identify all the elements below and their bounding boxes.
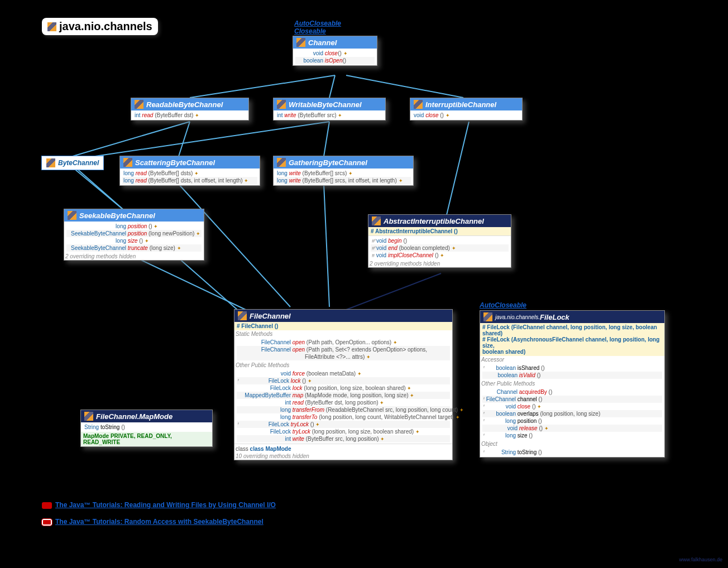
class-header: java.nio.channels.FileLock bbox=[480, 311, 664, 323]
class-icon bbox=[46, 158, 55, 167]
svg-line-13 bbox=[346, 273, 441, 310]
link-icon bbox=[42, 519, 52, 526]
class-absinterrupt[interactable]: AbstractInterruptibleChannel # AbstractI… bbox=[368, 214, 511, 268]
channel-supers: AutoCloseableCloseable bbox=[294, 20, 341, 35]
attribution: www.falkhausen.de bbox=[679, 557, 722, 562]
class-icon bbox=[84, 412, 93, 421]
class-filechannel[interactable]: FileChannel # FileChannel () Static Meth… bbox=[234, 309, 453, 460]
class-icon bbox=[135, 100, 143, 109]
svg-line-3 bbox=[73, 122, 190, 156]
package-icon bbox=[47, 22, 56, 31]
class-interruptible[interactable]: InterruptibleChannel void close () ✦ bbox=[410, 98, 523, 121]
section-accessor: Accessor bbox=[480, 356, 664, 363]
svg-line-6 bbox=[324, 122, 329, 156]
class-writable[interactable]: WritableByteChannel int write (ByteBuffe… bbox=[273, 98, 386, 121]
class-icon bbox=[277, 158, 286, 167]
class-header: ReadableByteChannel bbox=[131, 98, 248, 110]
tutorial-link-2[interactable]: The Java™ Tutorials: Random Access with … bbox=[42, 518, 264, 526]
class-icon bbox=[483, 312, 492, 321]
class-channel[interactable]: Channel void close() ✦ boolean isOpen() bbox=[293, 36, 377, 66]
class-filelock[interactable]: java.nio.channels.FileLock # FileLock (F… bbox=[480, 310, 665, 458]
svg-line-2 bbox=[346, 75, 463, 98]
svg-line-1 bbox=[329, 75, 335, 98]
class-readable[interactable]: ReadableByteChannel int read (ByteBuffer… bbox=[131, 98, 249, 121]
class-header: ScatteringByteChannel bbox=[120, 156, 260, 169]
section-other: Other Public Methods bbox=[480, 380, 664, 387]
class-gathering[interactable]: GatheringByteChannel long write (ByteBuf… bbox=[273, 156, 414, 186]
class-header: SeekableByteChannel bbox=[64, 209, 204, 222]
class-header: AbstractInterruptibleChannel bbox=[368, 215, 511, 227]
svg-line-7 bbox=[73, 167, 123, 209]
svg-line-0 bbox=[190, 75, 335, 98]
svg-line-9 bbox=[324, 184, 329, 307]
class-icon bbox=[277, 100, 286, 109]
class-header: WritableByteChannel bbox=[274, 98, 385, 110]
class-scattering[interactable]: ScatteringByteChannel long read (ByteBuf… bbox=[119, 156, 260, 186]
class-icon bbox=[68, 211, 76, 220]
svg-line-4 bbox=[179, 122, 190, 156]
class-header: FileChannel.MapMode bbox=[81, 410, 212, 422]
class-bytechannel[interactable]: ByteChannel bbox=[41, 156, 104, 170]
mapmode-values: MapMode PRIVATE, READ_ONLY, READ_WRITE bbox=[81, 432, 212, 446]
filelock-supers: AutoCloseable bbox=[480, 301, 526, 309]
constructor: # FileChannel () bbox=[234, 322, 452, 330]
constructor: # AbstractInterruptibleChannel () bbox=[368, 227, 511, 235]
class-header: Channel bbox=[293, 36, 377, 49]
class-header: GatheringByteChannel bbox=[274, 156, 413, 169]
svg-line-5 bbox=[84, 122, 329, 158]
class-seekable[interactable]: SeekableByteChannel long position () ✦ S… bbox=[64, 209, 204, 261]
section-other: Other Public Methods bbox=[234, 362, 452, 369]
constructors: # FileLock (FileChannel channel, long po… bbox=[480, 323, 664, 356]
svg-line-12 bbox=[447, 122, 469, 215]
package-title: java.nio.channels bbox=[42, 18, 158, 35]
class-icon bbox=[123, 158, 132, 167]
svg-line-11 bbox=[134, 257, 246, 310]
tutorial-link-1[interactable]: The Java™ Tutorials: Reading and Writing… bbox=[42, 501, 276, 509]
section-static: Static Methods bbox=[234, 330, 452, 338]
class-header: FileChannel bbox=[234, 310, 452, 322]
class-header: InterruptibleChannel bbox=[410, 98, 522, 110]
connector-lines bbox=[0, 0, 728, 568]
class-icon bbox=[414, 100, 423, 109]
class-icon bbox=[372, 216, 381, 225]
class-icon bbox=[238, 311, 247, 320]
section-object: Object bbox=[480, 440, 664, 447]
class-mapmode[interactable]: FileChannel.MapMode String toString () M… bbox=[80, 410, 213, 447]
link-icon bbox=[42, 502, 52, 509]
class-icon bbox=[296, 38, 305, 47]
